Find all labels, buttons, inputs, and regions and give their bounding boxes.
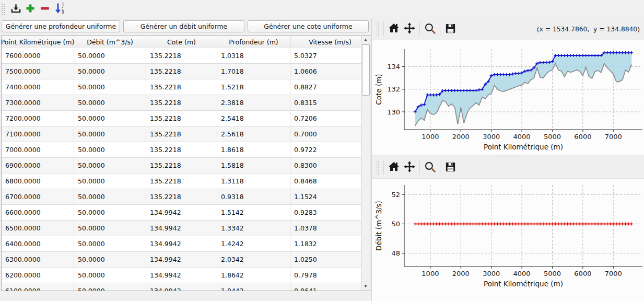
plot-toolbar-grip[interactable] bbox=[376, 22, 379, 37]
cell-profondeur[interactable]: 1.8618 bbox=[217, 142, 290, 157]
cell-cote[interactable]: 134.9942 bbox=[146, 252, 217, 267]
cell-profondeur[interactable]: 1.3342 bbox=[217, 221, 290, 236]
remove-row-button[interactable] bbox=[38, 2, 52, 17]
home-button[interactable] bbox=[386, 21, 402, 37]
import-button[interactable] bbox=[8, 2, 23, 17]
cell-pk[interactable]: 7200.0000 bbox=[2, 111, 74, 126]
cell-profondeur[interactable]: 1.8642 bbox=[217, 268, 290, 283]
cell-profondeur[interactable]: 2.0342 bbox=[217, 252, 290, 267]
cell-profondeur[interactable]: 1.5142 bbox=[217, 205, 290, 220]
cell-vitesse[interactable]: 0.8300 bbox=[290, 158, 361, 173]
cell-vitesse[interactable]: 1.0378 bbox=[290, 221, 361, 236]
cell-cote[interactable]: 135.2218 bbox=[146, 126, 217, 142]
cell-pk[interactable]: 6500.0000 bbox=[2, 221, 74, 236]
cell-vitesse[interactable]: 0.9283 bbox=[290, 205, 361, 220]
generate-cote-button[interactable]: Générer une cote uniforme bbox=[248, 20, 369, 32]
cell-cote[interactable]: 135.2218 bbox=[146, 79, 217, 95]
table-row[interactable]: 7100.0000 50.0000 135.2218 2.5618 0.7000 bbox=[2, 126, 361, 142]
toolbar-grip[interactable] bbox=[1, 3, 5, 16]
cell-profondeur[interactable]: 1.0318 bbox=[217, 48, 290, 63]
zoom-button[interactable] bbox=[422, 21, 438, 37]
cell-debit[interactable]: 50.0000 bbox=[74, 79, 146, 95]
cell-vitesse[interactable]: 0.7206 bbox=[290, 111, 361, 126]
column-header[interactable]: Débit (m^3/s) bbox=[74, 36, 146, 48]
cell-pk[interactable]: 7500.0000 bbox=[2, 64, 74, 79]
cell-cote[interactable]: 134.9942 bbox=[146, 221, 217, 236]
cell-cote[interactable]: 135.2218 bbox=[146, 48, 217, 63]
scroll-up-arrow[interactable]: ▲ bbox=[361, 36, 370, 44]
cell-vitesse[interactable]: 0.8468 bbox=[290, 173, 361, 189]
cell-debit[interactable]: 50.0000 bbox=[74, 95, 146, 110]
plot-toolbar-grip[interactable] bbox=[376, 160, 379, 175]
cell-pk[interactable]: 7300.0000 bbox=[2, 95, 74, 110]
column-header[interactable]: Vitesse (m/s) bbox=[290, 36, 370, 48]
cell-profondeur[interactable]: 2.3818 bbox=[217, 95, 290, 110]
table-row[interactable]: 6200.0000 50.0000 134.9942 1.8642 0.7978 bbox=[2, 268, 361, 283]
cell-cote[interactable]: 135.2218 bbox=[146, 111, 217, 126]
cell-cote[interactable]: 135.2218 bbox=[146, 142, 217, 157]
cell-vitesse[interactable]: 5.0327 bbox=[290, 48, 361, 63]
debit-chart[interactable]: 1000200030004000500060007000485052Point … bbox=[372, 179, 644, 291]
cell-vitesse[interactable]: 1.1832 bbox=[290, 236, 361, 251]
cell-pk[interactable]: 7600.0000 bbox=[2, 48, 74, 63]
cell-vitesse[interactable]: 1.0250 bbox=[290, 252, 361, 267]
generate-debit-button[interactable]: Générer un débit uniforme bbox=[123, 20, 244, 32]
pan-button[interactable] bbox=[402, 21, 417, 37]
cell-cote[interactable]: 135.2218 bbox=[146, 64, 217, 79]
column-header[interactable]: Cote (m) bbox=[146, 36, 217, 48]
cell-profondeur[interactable]: 1.7018 bbox=[217, 64, 290, 79]
cell-pk[interactable]: 6700.0000 bbox=[2, 189, 74, 204]
column-header[interactable]: Profondeur (m) bbox=[217, 36, 290, 48]
cell-pk[interactable]: 6100.0000 bbox=[2, 283, 74, 291]
add-row-button[interactable] bbox=[23, 2, 38, 17]
cote-chart[interactable]: 1000200030004000500060007000130132134Poi… bbox=[372, 40, 644, 155]
cell-profondeur[interactable]: 2.5618 bbox=[217, 126, 290, 142]
cell-debit[interactable]: 50.0000 bbox=[74, 205, 146, 220]
sort-button[interactable]: 1 9 bbox=[52, 2, 67, 17]
save-button[interactable] bbox=[442, 21, 458, 37]
cell-profondeur[interactable]: 2.5418 bbox=[217, 111, 290, 126]
cell-profondeur[interactable]: 1.0442 bbox=[217, 283, 290, 291]
cell-vitesse[interactable]: 0.8827 bbox=[290, 79, 361, 95]
cell-pk[interactable]: 6600.0000 bbox=[2, 205, 74, 220]
cell-pk[interactable]: 7400.0000 bbox=[2, 79, 74, 95]
cell-pk[interactable]: 6400.0000 bbox=[2, 236, 74, 251]
cell-debit[interactable]: 50.0000 bbox=[74, 236, 146, 251]
table-row[interactable]: 6100.0000 50.0000 134.9942 1.0442 0.8641 bbox=[2, 283, 361, 291]
generate-profondeur-button[interactable]: Générer une profondeur uniforme bbox=[2, 20, 120, 32]
cell-cote[interactable]: 134.9942 bbox=[146, 236, 217, 251]
cell-pk[interactable]: 6900.0000 bbox=[2, 158, 74, 173]
cell-debit[interactable]: 50.0000 bbox=[74, 126, 146, 142]
cell-pk[interactable]: 7100.0000 bbox=[2, 126, 74, 142]
cell-vitesse[interactable]: 1.0606 bbox=[290, 64, 361, 79]
cell-debit[interactable]: 50.0000 bbox=[74, 268, 146, 283]
cell-vitesse[interactable]: 0.9722 bbox=[290, 142, 361, 157]
scrollbar-thumb[interactable] bbox=[362, 44, 370, 96]
cell-profondeur[interactable]: 1.5818 bbox=[217, 158, 290, 173]
table-row[interactable]: 7200.0000 50.0000 135.2218 2.5418 0.7206 bbox=[2, 111, 361, 126]
table-row[interactable]: 7300.0000 50.0000 135.2218 2.3818 0.8315 bbox=[2, 95, 361, 111]
cell-debit[interactable]: 50.0000 bbox=[74, 221, 146, 236]
cell-cote[interactable]: 134.9942 bbox=[146, 205, 217, 220]
cell-pk[interactable]: 6200.0000 bbox=[2, 268, 74, 283]
cell-cote[interactable]: 135.2218 bbox=[146, 158, 217, 173]
cell-vitesse[interactable]: 0.8315 bbox=[290, 95, 361, 110]
cell-cote[interactable]: 134.9942 bbox=[146, 283, 217, 291]
cell-debit[interactable]: 50.0000 bbox=[74, 173, 146, 189]
table-row[interactable]: 6800.0000 50.0000 135.2218 1.3118 0.8468 bbox=[2, 173, 361, 189]
cell-debit[interactable]: 50.0000 bbox=[74, 111, 146, 126]
cell-pk[interactable]: 6300.0000 bbox=[2, 252, 74, 267]
cell-cote[interactable]: 134.9942 bbox=[146, 268, 217, 283]
table-row[interactable]: 6700.0000 50.0000 135.2218 0.9318 1.1524 bbox=[2, 189, 361, 205]
cell-cote[interactable]: 135.2218 bbox=[146, 173, 217, 189]
cell-debit[interactable]: 50.0000 bbox=[74, 142, 146, 157]
cell-cote[interactable]: 135.2218 bbox=[146, 95, 217, 110]
pan-button[interactable] bbox=[402, 160, 417, 176]
cell-pk[interactable]: 7000.0000 bbox=[2, 142, 74, 157]
cell-profondeur[interactable]: 1.5218 bbox=[217, 79, 290, 95]
cell-vitesse[interactable]: 0.7978 bbox=[290, 268, 361, 283]
cell-debit[interactable]: 50.0000 bbox=[74, 48, 146, 63]
table-row[interactable]: 6600.0000 50.0000 134.9942 1.5142 0.9283 bbox=[2, 205, 361, 221]
cell-vitesse[interactable]: 0.7000 bbox=[290, 126, 361, 142]
table-row[interactable]: 7600.0000 50.0000 135.2218 1.0318 5.0327 bbox=[2, 48, 361, 64]
